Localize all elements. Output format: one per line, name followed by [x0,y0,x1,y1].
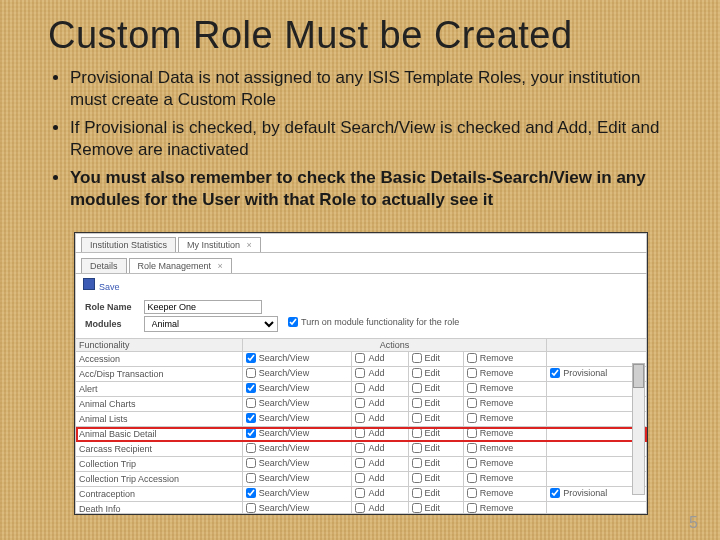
save-label: Save [99,282,120,292]
slide-number: 5 [689,514,698,532]
rolename-input[interactable] [144,300,262,314]
perm-checkbox[interactable] [246,368,256,378]
perm-checkbox[interactable] [412,413,422,423]
perm-label: Remove [480,368,514,378]
perm-label: Search/View [259,353,309,363]
perm-checkbox[interactable] [355,428,365,438]
perm-checkbox[interactable] [412,458,422,468]
perm-label: Search/View [259,473,309,483]
perm-checkbox[interactable] [246,473,256,483]
perm-checkbox[interactable] [246,398,256,408]
perm-checkbox[interactable] [412,473,422,483]
perm-label: Add [368,353,384,363]
perm-checkbox[interactable] [355,473,365,483]
tab-role-mgmt[interactable]: Role Management × [129,258,232,273]
table-row: Animal ChartsSearch/ViewAddEditRemove [76,397,647,412]
slide-title: Custom Role Must be Created [48,0,672,63]
provisional-checkbox[interactable] [550,368,560,378]
perm-label: Remove [480,458,514,468]
perm-checkbox[interactable] [467,443,477,453]
save-button[interactable]: Save [75,274,647,296]
perm-checkbox[interactable] [355,458,365,468]
provisional-checkbox[interactable] [550,488,560,498]
perm-label: Remove [480,488,514,498]
tab-label: Role Management [138,261,212,271]
perm-checkbox[interactable] [355,383,365,393]
perm-label: Add [368,413,384,423]
perm-checkbox[interactable] [412,428,422,438]
perm-checkbox[interactable] [412,398,422,408]
perm-checkbox[interactable] [355,353,365,363]
table-row: AlertSearch/ViewAddEditRemove [76,382,647,397]
tab-my-institution[interactable]: My Institution × [178,237,261,252]
tab-institution-stats[interactable]: Institution Statistics [81,237,176,252]
perm-checkbox[interactable] [246,413,256,423]
perm-checkbox[interactable] [467,368,477,378]
perm-checkbox[interactable] [412,368,422,378]
perm-checkbox[interactable] [246,353,256,363]
perm-label: Remove [480,473,514,483]
perm-checkbox[interactable] [412,488,422,498]
functionality-name: Contraception [76,487,243,502]
perm-checkbox[interactable] [467,488,477,498]
perm-label: Search/View [259,368,309,378]
module-toggle-label: Turn on module functionality for the rol… [301,317,459,327]
perm-label: Search/View [259,428,309,438]
perm-checkbox[interactable] [412,503,422,513]
perm-checkbox[interactable] [355,443,365,453]
col-prov [547,339,647,352]
perm-checkbox[interactable] [467,458,477,468]
perm-checkbox[interactable] [467,413,477,423]
perm-checkbox[interactable] [412,353,422,363]
perm-label: Edit [425,458,441,468]
table-row: Collection TripSearch/ViewAddEditRemove [76,457,647,472]
scrollbar-thumb[interactable] [633,364,644,388]
perm-checkbox[interactable] [467,428,477,438]
vertical-scrollbar[interactable] [632,363,645,495]
perm-checkbox[interactable] [355,503,365,513]
perm-checkbox[interactable] [246,443,256,453]
top-tabs: Institution Statistics My Institution × [75,233,647,253]
perm-checkbox[interactable] [355,413,365,423]
perm-label: Edit [425,383,441,393]
tab-details[interactable]: Details [81,258,127,273]
perm-label: Search/View [259,458,309,468]
modules-label: Modules [85,319,141,329]
perm-checkbox[interactable] [246,503,256,513]
perm-label: Add [368,368,384,378]
perm-checkbox[interactable] [246,428,256,438]
perm-label: Edit [425,443,441,453]
perm-checkbox[interactable] [246,458,256,468]
perm-checkbox[interactable] [355,398,365,408]
perm-label: Remove [480,353,514,363]
app-screenshot: Institution Statistics My Institution × … [74,232,648,515]
perm-checkbox[interactable] [467,353,477,363]
perm-checkbox[interactable] [467,383,477,393]
functionality-table: Functionality Actions AccessionSearch/Vi… [75,338,647,515]
functionality-name: Death Info [76,502,243,516]
bullet-list: Provisional Data is not assigned to any … [48,67,672,212]
perm-checkbox[interactable] [467,503,477,513]
close-icon[interactable]: × [247,240,252,250]
perm-checkbox[interactable] [412,383,422,393]
close-icon[interactable]: × [218,261,223,271]
perm-checkbox[interactable] [355,488,365,498]
modules-select[interactable]: Animal [144,316,278,332]
tab-label: My Institution [187,240,240,250]
perm-label: Search/View [259,398,309,408]
perm-checkbox[interactable] [467,398,477,408]
perm-checkbox[interactable] [467,473,477,483]
perm-checkbox[interactable] [246,383,256,393]
functionality-name: Carcass Recipient [76,442,243,457]
perm-checkbox[interactable] [246,488,256,498]
provisional-cell [547,502,647,516]
perm-label: Edit [425,503,441,513]
perm-label: Edit [425,368,441,378]
perm-checkbox[interactable] [355,368,365,378]
functionality-name: Animal Charts [76,397,243,412]
table-row: Animal Basic DetailSearch/ViewAddEditRem… [76,427,647,442]
module-toggle-checkbox[interactable] [288,317,298,327]
functionality-name: Collection Trip [76,457,243,472]
perm-checkbox[interactable] [412,443,422,453]
functionality-name: Animal Basic Detail [76,427,243,442]
